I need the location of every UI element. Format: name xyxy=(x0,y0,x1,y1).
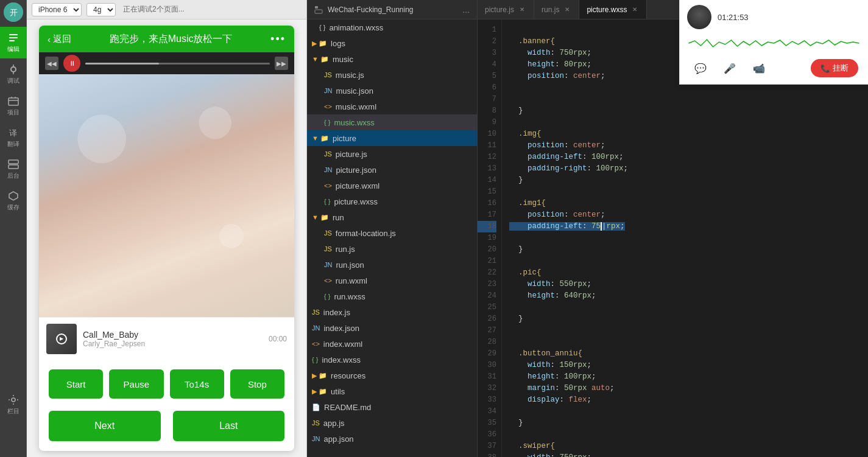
sidebar-settings-label: 栏目 xyxy=(7,407,19,416)
music-progress-bar[interactable] xyxy=(85,63,270,65)
mute-button[interactable]: 🎤 xyxy=(719,57,741,79)
file-label-picture-wxss: picture.wxss xyxy=(334,197,378,206)
file-tree-scroll[interactable]: { } animation.wxss ▶ 📁 logs ▼ 📁 music JS… xyxy=(307,19,477,457)
tree-item-utils[interactable]: ▶ 📁 utils xyxy=(307,383,477,399)
file-icon-wxss: { } xyxy=(319,24,325,31)
tree-item-run-js[interactable]: JS run.js xyxy=(307,241,477,257)
file-icon-wxss-run: { } xyxy=(324,293,330,300)
sidebar-item-backend[interactable]: 后台 xyxy=(0,153,27,185)
start-button[interactable]: Start xyxy=(49,369,103,399)
file-icon-json-app: JN xyxy=(312,435,320,442)
svg-rect-8 xyxy=(9,98,18,105)
tree-item-music-wxml[interactable]: <> music.wxml xyxy=(307,99,477,114)
sidebar-debug-label: 调试 xyxy=(7,77,19,85)
tree-item-run-json[interactable]: JN run.json xyxy=(307,257,477,273)
file-tree-more-icon[interactable]: ... xyxy=(462,5,470,15)
call-header: 01:21:53 xyxy=(680,0,868,34)
tree-item-readme[interactable]: 📄 README.md xyxy=(307,399,477,415)
tree-item-music-json[interactable]: JN music.json xyxy=(307,83,477,99)
song-details: Call_Me_Baby Carly_Rae_Jepsen xyxy=(83,330,263,348)
file-label-picture-json: picture.json xyxy=(336,166,376,175)
call-controls: 💬 🎤 📹 📞 挂断 xyxy=(680,52,868,84)
music-bar: ◀◀ ⏸ ▶▶ xyxy=(39,52,294,74)
tree-item-picture-wxml[interactable]: <> picture.wxml xyxy=(307,178,477,194)
file-label-picture-wxml: picture.wxml xyxy=(336,181,379,190)
tree-item-resources[interactable]: ▶ 📁 resources xyxy=(307,368,477,383)
file-label-music-wxml: music.wxml xyxy=(336,102,376,111)
next-track-button[interactable]: ▶▶ xyxy=(275,57,288,70)
hangup-label: 挂断 xyxy=(833,63,849,74)
file-label-index-js: index.js xyxy=(323,308,350,317)
chat-button[interactable]: 💬 xyxy=(690,57,711,79)
file-icon-md: 📄 xyxy=(312,403,320,411)
sidebar-item-project[interactable]: 项目 xyxy=(0,90,27,122)
sidebar-item-translate[interactable]: 译 翻译 xyxy=(0,122,27,153)
tree-item-music-js[interactable]: JS music.js xyxy=(307,67,477,83)
avatar: 开 xyxy=(4,2,23,22)
project-icon xyxy=(314,5,323,14)
tab-picture-wxss[interactable]: picture.wxss ✕ xyxy=(579,0,647,19)
sidebar-item-cache[interactable]: 缓存 xyxy=(0,185,27,217)
tree-item-animation-wxss[interactable]: { } animation.wxss xyxy=(307,19,477,35)
progress-fill xyxy=(85,63,159,65)
file-label-readme: README.md xyxy=(324,403,371,412)
folder-label-run: run xyxy=(333,213,344,222)
back-button[interactable]: ‹ 返回 xyxy=(48,33,71,45)
file-tree-header: WeChat-Fucking_Running ... xyxy=(307,0,477,19)
tab-run-js[interactable]: run.js ✕ xyxy=(534,0,579,19)
tree-item-index-wxml[interactable]: <> index.wxml xyxy=(307,336,477,352)
pause-button[interactable]: Pause xyxy=(109,369,163,399)
sidebar-item-debug[interactable]: 调试 xyxy=(0,58,27,90)
tree-item-music-wxss[interactable]: { } music.wxss xyxy=(307,114,477,130)
more-options-button[interactable]: ••• xyxy=(270,33,286,46)
file-label: animation.wxss xyxy=(329,23,383,32)
sim-topbar: iPhone 6 4g 正在调试2个页面... xyxy=(27,0,306,19)
file-icon-wxss-index: { } xyxy=(312,356,318,363)
tree-item-picture-js[interactable]: JS picture.js xyxy=(307,146,477,162)
tree-item-music[interactable]: ▼ 📁 music xyxy=(307,51,477,67)
tree-item-app-js[interactable]: JS app.js xyxy=(307,415,477,431)
folder-label-music: music xyxy=(333,55,353,64)
sidebar-translate-label: 翻译 xyxy=(7,140,19,148)
album-art-image xyxy=(39,74,294,317)
tree-item-logs[interactable]: ▶ 📁 logs xyxy=(307,35,477,51)
hangup-button[interactable]: 📞 挂断 xyxy=(811,59,858,77)
file-label-index-wxss: index.wxss xyxy=(322,355,361,365)
tree-item-index-json[interactable]: JN index.json xyxy=(307,320,477,336)
tree-item-app-json[interactable]: JN app.json xyxy=(307,431,477,447)
prev-track-button[interactable]: ◀◀ xyxy=(45,57,58,70)
simulator-panel: iPhone 6 4g 正在调试2个页面... ‹ 返回 跑完步，来点Music… xyxy=(27,0,307,457)
code-content[interactable]: .banner{ width: 750rpx; height: 80rpx; p… xyxy=(502,19,868,457)
stop-button[interactable]: Stop xyxy=(230,369,284,399)
tab-close-picture-wxss[interactable]: ✕ xyxy=(630,5,639,14)
tree-item-picture-wxss[interactable]: { } picture.wxss xyxy=(307,194,477,209)
tree-item-index-wxss[interactable]: { } index.wxss xyxy=(307,352,477,368)
tree-item-index-js[interactable]: JS index.js xyxy=(307,304,477,320)
tree-item-picture-json[interactable]: JN picture.json xyxy=(307,162,477,178)
network-selector[interactable]: 4g xyxy=(86,3,116,16)
to14s-button[interactable]: To14s xyxy=(170,369,224,399)
tree-item-run-wxss[interactable]: { } run.wxss xyxy=(307,288,477,304)
file-label-run-wxss: run.wxss xyxy=(334,292,365,301)
tree-item-run[interactable]: ▼ 📁 run xyxy=(307,209,477,225)
svg-point-14 xyxy=(199,106,231,139)
file-icon-json-index: JN xyxy=(312,324,320,332)
last-button[interactable]: Last xyxy=(173,411,285,441)
phone-icon: 📞 xyxy=(820,64,830,73)
tab-close-run-js[interactable]: ✕ xyxy=(563,5,571,14)
call-waveform xyxy=(680,34,868,52)
tree-item-format-location[interactable]: JS format-location.js xyxy=(307,225,477,241)
next-button[interactable]: Next xyxy=(49,411,161,441)
device-selector[interactable]: iPhone 6 xyxy=(32,3,82,16)
tree-item-picture[interactable]: ▼ 📁 picture xyxy=(307,130,477,146)
play-pause-button[interactable]: ⏸ xyxy=(63,55,80,72)
waveform-svg xyxy=(687,37,861,49)
tab-close-picture-js[interactable]: ✕ xyxy=(518,5,526,14)
tab-label-picture-js: picture.js xyxy=(485,5,514,14)
tree-item-run-wxml[interactable]: <> run.wxml xyxy=(307,273,477,288)
tab-picture-js[interactable]: picture.js ✕ xyxy=(478,0,534,19)
sidebar-item-edit[interactable]: 编辑 xyxy=(0,27,27,58)
file-label-picture-js: picture.js xyxy=(336,150,367,159)
video-button[interactable]: 📹 xyxy=(748,57,770,79)
sidebar-item-settings[interactable]: 栏目 xyxy=(0,389,27,420)
